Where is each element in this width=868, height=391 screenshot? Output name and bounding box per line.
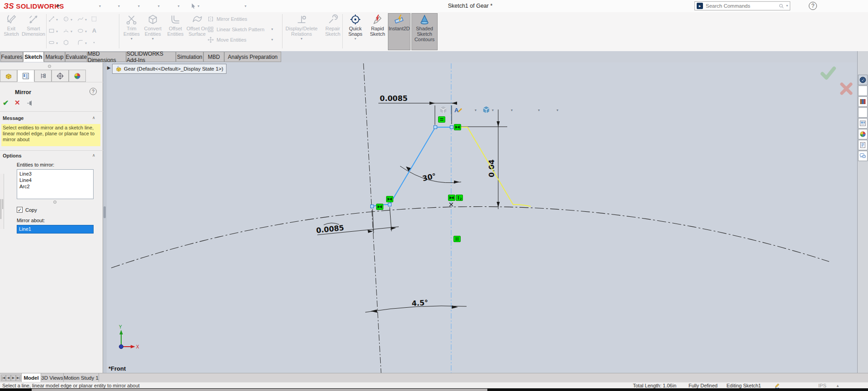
line-tool-icon[interactable] [48,15,56,23]
polygon-tool-icon[interactable] [62,39,70,47]
search-icon[interactable] [778,3,784,9]
ellipse-tool-icon[interactable] [77,27,85,35]
home-icon[interactable] [74,2,82,10]
new-document-caret[interactable]: ▾ [99,5,101,8]
feature-tree-breadcrumb[interactable]: Gear (Default<<Default>_Display State 1>… [112,64,226,74]
tab-evaluate[interactable]: Evaluate [65,52,87,62]
entities-to-mirror-listbox[interactable]: Line3 Line4 Arc2 [17,169,94,199]
confirm-accept-icon[interactable] [819,65,837,81]
point-tool-icon[interactable] [90,39,98,47]
web-globe-icon[interactable] [850,382,857,389]
message-section-header[interactable]: Message [3,115,24,121]
prev-tab-button[interactable]: ◀ [6,375,11,381]
help-icon[interactable]: ? [809,2,817,10]
custom-properties-button[interactable] [858,140,868,150]
undo-icon[interactable] [169,2,177,10]
restore-button[interactable] [839,2,847,10]
line-tool-caret[interactable]: ▾ [56,18,58,22]
pm-pin-icon[interactable] [26,100,33,107]
undo-caret[interactable]: ▾ [178,5,179,8]
property-manager-tab[interactable] [17,70,34,82]
display-manager-tab[interactable] [69,70,86,82]
intersection-relation-icon[interactable] [377,204,383,210]
convert-entities-button[interactable]: Convert Entities ▾ [141,14,165,50]
print-caret[interactable]: ▾ [158,5,160,8]
search-caret[interactable]: ▾ [786,4,788,8]
vertical-relation-icon[interactable]: 2 [456,195,463,201]
select-caret[interactable]: ▾ [198,5,199,8]
dim-text-bottom-arc[interactable]: 0.0085 [316,224,344,235]
sketch-handle[interactable] [388,203,392,206]
confirm-cancel-icon[interactable] [839,81,854,96]
circle-tool-icon[interactable] [62,15,70,23]
intersection-relation-icon[interactable] [454,124,461,130]
offset-entities-button[interactable]: Offset Entities [165,14,186,50]
quick-snaps-caret[interactable]: ▾ [354,37,356,41]
design-library-button[interactable] [858,96,868,107]
pm-cancel-button[interactable]: ✕ [14,99,20,107]
open-caret[interactable]: ▾ [118,5,120,8]
splitter-handle[interactable] [104,206,106,218]
open-icon[interactable] [109,2,117,10]
configuration-manager-tab[interactable] [34,70,52,82]
options-caret[interactable]: ▾ [245,5,246,8]
fillet-tool-caret[interactable]: ▾ [85,41,87,45]
close-button[interactable] [854,2,862,10]
rectangle-tool-icon[interactable] [48,27,56,35]
feature-tree-flyout-arrow[interactable]: ▶ [107,65,111,70]
rapid-sketch-button[interactable]: Rapid Sketch [367,14,388,50]
offset-on-surface-button[interactable]: Offset On Surface [186,14,208,50]
pm-help-icon[interactable]: ? [90,88,97,95]
dimension-tooth-height[interactable] [461,110,507,209]
slot-tool-caret[interactable]: ▾ [56,41,58,45]
next-tab-button[interactable]: ▶ [11,375,16,381]
search-input[interactable] [705,3,777,9]
message-collapse-chevron[interactable]: ∧ [92,115,95,120]
rectangle-tool-caret[interactable]: ▾ [56,29,58,33]
print-icon[interactable] [149,2,157,10]
exit-sketch-button[interactable]: Exit Sketch [1,14,22,50]
tab-motion-study-1[interactable]: Motion Study 1 [64,373,99,382]
pm-ok-button[interactable]: ✔ [3,99,9,107]
sketch-handle[interactable] [434,126,437,129]
copy-checkbox[interactable]: ✓ [17,207,23,213]
tab-features[interactable]: Features [0,52,23,62]
trim-entities-caret[interactable]: ▾ [131,37,132,41]
instant2d-button[interactable]: Instant2D [388,13,410,50]
tab-analysis-preparation[interactable]: Analysis Preparation [224,52,281,62]
panel-flyout-grip[interactable] [0,174,4,229]
save-caret[interactable]: ▾ [138,5,140,8]
mirror-about-field[interactable]: Line1 [17,225,94,234]
circle-tool-caret[interactable]: ▾ [71,18,72,22]
linear-sketch-pattern-button[interactable]: Linear Sketch Pattern [207,25,264,33]
radial-centerline[interactable] [363,63,381,373]
list-item[interactable]: Line4 [17,177,93,183]
slot-tool-icon[interactable] [48,39,56,47]
tab-markup[interactable]: Markup [44,52,65,62]
options-section-header[interactable]: Options [3,153,22,158]
last-tab-button[interactable]: ▶| [16,375,21,381]
sketch-handle[interactable] [450,126,453,129]
convert-entities-caret[interactable]: ▾ [152,37,154,41]
list-item[interactable]: Line3 [17,171,93,177]
view-palette-button[interactable] [858,118,868,129]
first-tab-button[interactable]: |◀ [1,375,6,381]
repair-sketch-button[interactable]: Repair Sketch [321,14,344,50]
move-entities-button[interactable]: Move Entities [207,36,246,44]
save-icon[interactable] [129,2,137,10]
tab-mbd-dimensions[interactable]: MBD Dimensions [87,52,126,62]
display-delete-relations-caret[interactable]: ▾ [301,37,302,41]
panel-resize-knob[interactable] [48,65,51,68]
home-tab-button[interactable] [858,86,868,96]
horizontal-relation-icon[interactable] [439,117,445,123]
minimize-button[interactable] [825,2,832,10]
mirror-entities-button[interactable]: Mirror Entities [207,15,247,23]
options-gear-icon[interactable] [236,2,244,10]
arc-tool-caret[interactable]: ▾ [71,29,72,33]
sketch-line-flank[interactable] [390,127,435,205]
ellipse-tool-caret[interactable]: ▾ [85,29,87,33]
sketch-handle[interactable] [371,205,374,208]
intersection-relation-icon[interactable] [448,195,455,201]
status-units[interactable]: IPS [818,383,826,388]
arc-tool-icon[interactable] [62,27,70,35]
